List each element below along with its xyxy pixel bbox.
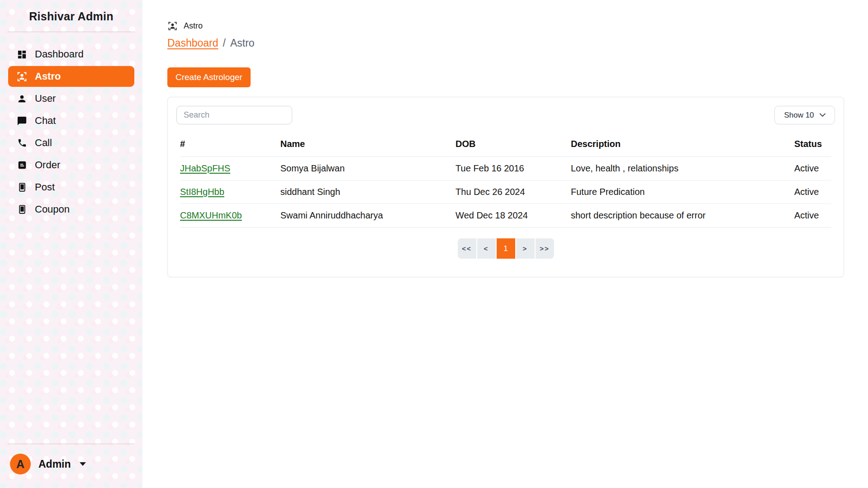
page-label-row: Astro [167, 21, 868, 31]
avatar[interactable]: A [10, 454, 31, 474]
main-content: Astro Dashboard / Astro Create Astrologe… [142, 0, 868, 488]
astrologer-id-link[interactable]: StI8HgHbb [180, 187, 224, 197]
sidebar-item-post[interactable]: Post [8, 177, 134, 198]
astrologer-id-link[interactable]: C8MXUHmK0b [180, 210, 242, 220]
chevron-down-icon [820, 113, 825, 117]
table-row: JHabSpFHS Somya Bijalwan Tue Feb 16 2016… [180, 157, 831, 180]
page-size-label: Show 10 [784, 111, 814, 120]
sidebar-item-label: Dashboard [35, 48, 84, 60]
page-title: Astro [184, 21, 203, 31]
pagination-page-1[interactable]: 1 [497, 238, 515, 259]
user-menu[interactable]: A Admin [0, 444, 142, 488]
call-icon [16, 137, 28, 149]
column-header-id: # [180, 135, 280, 157]
sidebar-item-astro[interactable]: Astro [8, 66, 134, 87]
astrologer-dob: Wed Dec 18 2024 [455, 204, 571, 227]
breadcrumb: Dashboard / Astro [167, 37, 868, 49]
sidebar-item-label: Coupon [35, 204, 70, 215]
status-badge: Active [794, 157, 831, 180]
sidebar-item-label: Astro [35, 71, 61, 82]
column-header-status: Status [794, 135, 831, 157]
order-icon [16, 160, 28, 171]
status-badge: Active [794, 204, 831, 227]
pagination-prev-button[interactable]: < [477, 238, 496, 259]
sidebar-item-label: Order [35, 159, 60, 171]
breadcrumb-separator: / [223, 37, 226, 49]
table-header-row: # Name DOB Description Status [180, 135, 831, 157]
chat-icon [16, 115, 28, 127]
pagination-next-button[interactable]: > [516, 238, 535, 259]
sidebar-item-user[interactable]: User [8, 88, 134, 109]
sidebar-item-label: Post [35, 181, 55, 193]
column-header-description: Description [571, 135, 794, 157]
column-header-dob: DOB [455, 135, 571, 157]
pagination-first-button[interactable]: << [458, 238, 476, 259]
sidebar-item-call[interactable]: Call [8, 133, 134, 153]
pagination-last-button[interactable]: >> [536, 238, 554, 259]
table-row: C8MXUHmK0b Swami Anniruddhacharya Wed De… [180, 204, 831, 227]
sidebar-item-coupon[interactable]: Coupon [8, 199, 134, 220]
astrologer-id-link[interactable]: JHabSpFHS [180, 163, 230, 173]
breadcrumb-current: Astro [230, 37, 255, 49]
table-toolbar: Show 10 [176, 106, 835, 124]
sidebar-item-dashboard[interactable]: Dashboard [8, 44, 134, 65]
column-header-name: Name [280, 135, 455, 157]
sidebar-item-label: Call [35, 137, 52, 149]
status-badge: Active [794, 180, 831, 204]
dashboard-icon [16, 49, 28, 60]
search-input[interactable] [176, 106, 292, 124]
breadcrumb-link-dashboard[interactable]: Dashboard [167, 37, 218, 49]
app-title: Rishivar Admin [0, 0, 142, 23]
table-row: StI8HgHbb siddhant Singh Thu Dec 26 2024… [180, 180, 831, 204]
astrologer-description: Love, health , relationships [571, 157, 794, 180]
sidebar-menu: Dashboard Astro User [0, 44, 142, 220]
sidebar: Rishivar Admin Dashboard Astro [0, 0, 142, 488]
astrologer-name: Somya Bijalwan [280, 157, 455, 180]
astrologers-table: # Name DOB Description Status JHabSpFHS … [180, 135, 831, 227]
sidebar-item-order[interactable]: Order [8, 155, 134, 175]
sidebar-item-label: User [35, 93, 56, 104]
astrologer-name: siddhant Singh [280, 180, 455, 204]
astrologer-icon [16, 71, 28, 82]
sidebar-divider [8, 32, 134, 32]
page-size-select[interactable]: Show 10 [774, 106, 835, 124]
astrologer-description: short description because of error [571, 204, 794, 227]
app-root: Rishivar Admin Dashboard Astro [0, 0, 868, 488]
sidebar-footer: A Admin [0, 444, 142, 488]
astrologer-name: Swami Anniruddhacharya [280, 204, 455, 227]
sidebar-item-chat[interactable]: Chat [8, 110, 134, 131]
create-astrologer-button[interactable]: Create Astrologer [167, 67, 251, 87]
astrologer-dob: Tue Feb 16 2016 [455, 157, 571, 180]
post-icon [16, 182, 28, 193]
sidebar-item-label: Chat [35, 115, 56, 127]
coupon-icon [16, 204, 28, 215]
astrologer-list-card: Show 10 # Name DOB Description Status [167, 97, 844, 277]
astrologer-dob: Thu Dec 26 2024 [455, 180, 571, 204]
chevron-down-icon [80, 462, 86, 466]
pagination: << < 1 > >> [176, 238, 835, 259]
user-icon [16, 93, 28, 104]
astrologer-description: Future Predication [571, 180, 794, 204]
user-name: Admin [38, 458, 71, 470]
astrologer-icon [167, 21, 178, 31]
